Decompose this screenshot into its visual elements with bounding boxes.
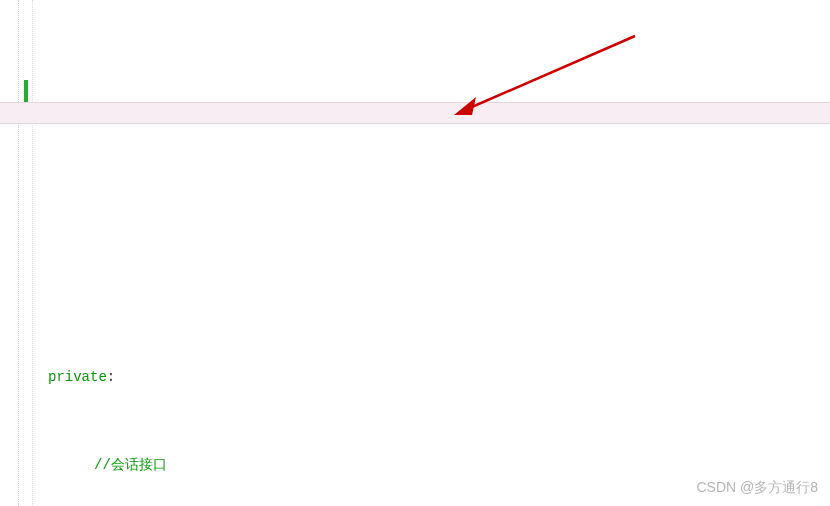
highlighted-line-bg — [0, 102, 830, 124]
code-line: private: — [36, 366, 830, 388]
comment: //会话接口 — [94, 457, 167, 473]
indent-guide — [18, 0, 19, 506]
svg-line-0 — [465, 36, 635, 110]
punct: : — [107, 369, 115, 385]
watermark: CSDN @多方通行8 — [696, 476, 818, 498]
keyword: private — [48, 369, 107, 385]
code-line: //会话接口 — [36, 454, 830, 476]
indent-guide — [32, 0, 33, 506]
code-editor: private: //会话接口 IOnlineSessionPtr mySess… — [0, 0, 830, 506]
code-line — [36, 278, 830, 300]
